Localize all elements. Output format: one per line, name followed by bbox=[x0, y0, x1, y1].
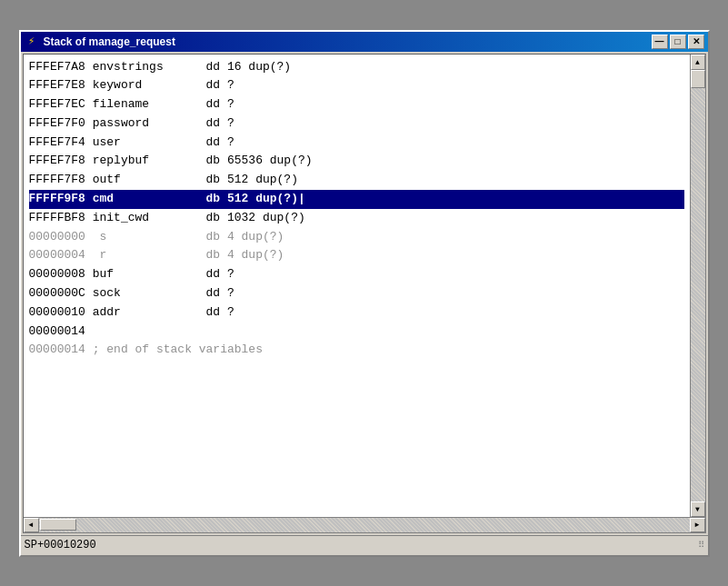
status-text: SP+00010290 bbox=[25, 539, 96, 551]
window-icon: ⚡ bbox=[25, 35, 39, 49]
table-row: 00000008 buf dd ? bbox=[29, 265, 684, 284]
title-buttons: — □ ✕ bbox=[652, 35, 704, 49]
scroll-track-v[interactable] bbox=[691, 70, 705, 502]
scroll-left-button[interactable]: ◄ bbox=[24, 518, 39, 532]
table-row: FFFEF7E8 keyword dd ? bbox=[29, 76, 684, 95]
scroll-area: FFFEF7A8 envstrings dd 16 dup(?)FFFEF7E8… bbox=[24, 55, 705, 517]
table-row: FFFEF7EC filename dd ? bbox=[29, 95, 684, 114]
window-title: Stack of manage_request bbox=[44, 35, 175, 48]
table-row: 00000010 addr dd ? bbox=[29, 303, 684, 323]
minimize-button[interactable]: — bbox=[652, 35, 668, 49]
table-row: FFFEF7F4 user dd ? bbox=[29, 134, 684, 153]
resize-grip[interactable]: ⠿ bbox=[698, 540, 704, 551]
table-row: FFFFFBF8 init_cwd db 1032 dup(?) bbox=[29, 209, 684, 228]
table-row: 00000000 s db 4 dup(?) bbox=[29, 228, 684, 247]
table-row: FFFFF9F8 cmd db 512 dup(?)| bbox=[29, 190, 684, 209]
vertical-scrollbar[interactable]: ▲ ▼ bbox=[690, 55, 705, 517]
horizontal-scrollbar[interactable]: ◄ ► bbox=[24, 517, 705, 532]
table-row: 00000014 ; end of stack variables bbox=[29, 341, 684, 360]
content-area: FFFEF7A8 envstrings dd 16 dup(?)FFFEF7E8… bbox=[23, 54, 706, 533]
scroll-up-button[interactable]: ▲ bbox=[691, 55, 705, 70]
scroll-track-h[interactable] bbox=[39, 518, 690, 532]
table-row: FFFFF7F8 outf db 512 dup(?) bbox=[29, 171, 684, 190]
table-row: 00000014 bbox=[29, 323, 684, 342]
title-bar-left: ⚡ Stack of manage_request bbox=[25, 35, 175, 49]
status-bar: SP+00010290 ⠿ bbox=[21, 535, 708, 555]
table-row: FFFEF7F8 replybuf db 65536 dup(?) bbox=[29, 152, 684, 171]
table-row: FFFEF7A8 envstrings dd 16 dup(?) bbox=[29, 58, 684, 77]
scroll-thumb-h[interactable] bbox=[40, 519, 76, 531]
maximize-button[interactable]: □ bbox=[670, 35, 686, 49]
scroll-right-button[interactable]: ► bbox=[690, 518, 705, 532]
code-view[interactable]: FFFEF7A8 envstrings dd 16 dup(?)FFFEF7E8… bbox=[24, 55, 690, 517]
table-row: FFFEF7F0 password dd ? bbox=[29, 114, 684, 134]
main-window: ⚡ Stack of manage_request — □ ✕ FFFEF7A8… bbox=[19, 30, 710, 557]
scroll-thumb-v[interactable] bbox=[691, 70, 705, 88]
scroll-down-button[interactable]: ▼ bbox=[691, 502, 705, 517]
table-row: 00000004 r db 4 dup(?) bbox=[29, 246, 684, 265]
table-row: 0000000C sock dd ? bbox=[29, 284, 684, 303]
close-button[interactable]: ✕ bbox=[688, 35, 704, 49]
title-bar: ⚡ Stack of manage_request — □ ✕ bbox=[21, 32, 708, 52]
